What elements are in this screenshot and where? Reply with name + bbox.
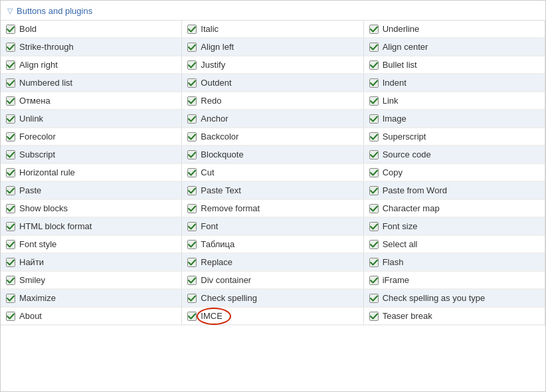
list-item: Найти (1, 254, 182, 271)
checkbox-icon[interactable] (187, 114, 197, 124)
checkbox-icon[interactable] (187, 294, 197, 303)
list-item: Font (182, 218, 363, 235)
list-item: Maximize (1, 290, 182, 307)
list-item: Underline (364, 21, 545, 38)
checkbox-icon[interactable] (369, 240, 379, 249)
item-label: Div container (201, 275, 251, 285)
item-label: Outdent (201, 78, 231, 88)
checkbox-icon[interactable] (369, 150, 379, 159)
checkbox-icon[interactable] (6, 114, 15, 124)
checkbox-icon[interactable] (6, 258, 15, 267)
checkbox-icon[interactable] (187, 96, 197, 106)
checkbox-icon[interactable] (6, 25, 15, 34)
checkbox-icon[interactable] (369, 294, 379, 303)
checkbox-icon[interactable] (369, 43, 379, 52)
checkbox-icon[interactable] (187, 258, 197, 267)
list-item: Teaser break (364, 308, 545, 325)
list-item: Copy (364, 164, 545, 181)
table-row: Unlink Anchor Image (1, 110, 545, 128)
checkbox-icon[interactable] (187, 132, 197, 142)
list-item: Paste from Word (364, 182, 545, 199)
checkbox-icon[interactable] (6, 168, 15, 177)
checkbox-icon[interactable] (6, 294, 15, 303)
checkbox-icon[interactable] (6, 276, 15, 285)
checkbox-icon[interactable] (6, 150, 15, 159)
checkbox-icon[interactable] (369, 60, 379, 70)
item-label: Forecolor (19, 132, 56, 142)
checkbox-icon[interactable] (187, 240, 197, 249)
checkbox-icon[interactable] (187, 43, 197, 52)
item-label: Superscript (383, 132, 426, 142)
checkbox-icon[interactable] (369, 78, 379, 88)
list-item: Paste (1, 182, 182, 199)
checkbox-icon[interactable] (369, 312, 379, 321)
item-label: iFrame (383, 275, 409, 285)
checkbox-icon[interactable] (187, 276, 197, 285)
list-item: Outdent (182, 74, 363, 92)
checkbox-icon[interactable] (369, 114, 379, 124)
checkbox-icon[interactable] (187, 25, 197, 34)
list-item: Blockquote (182, 146, 363, 163)
checkbox-icon[interactable] (369, 186, 379, 195)
checkbox-icon[interactable] (6, 312, 15, 321)
item-label: Italic (201, 24, 219, 34)
item-label: Underline (383, 24, 420, 34)
item-label: Smiley (19, 275, 45, 285)
buttons-plugins-panel: ▽ Buttons and plugins Bold Italic Underl… (0, 0, 546, 392)
checkbox-icon[interactable] (6, 96, 15, 106)
checkbox-icon[interactable] (6, 186, 15, 195)
checkbox-icon[interactable] (6, 78, 15, 88)
list-item: Backcolor (182, 128, 363, 146)
table-row: Maximize Check spelling Check spelling a… (1, 290, 545, 308)
checkbox-icon[interactable] (187, 312, 197, 321)
checkbox-icon[interactable] (6, 240, 15, 249)
item-label: Source code (383, 149, 431, 159)
list-item: Unlink (1, 110, 182, 128)
item-label: Flash (383, 257, 404, 267)
list-item: Redo (182, 92, 363, 110)
checkbox-icon[interactable] (369, 204, 379, 213)
checkbox-icon[interactable] (369, 132, 379, 142)
checkbox-icon[interactable] (369, 25, 379, 34)
checkbox-icon[interactable] (369, 96, 379, 106)
item-label: Replace (201, 257, 232, 267)
table-row: Align right Justify Bullet list (1, 56, 545, 74)
collapse-triangle-icon[interactable]: ▽ (7, 7, 13, 15)
table-row: Отмена Redo Link (1, 92, 545, 110)
checkbox-icon[interactable] (6, 43, 15, 52)
checkbox-icon[interactable] (187, 60, 197, 70)
checkbox-icon[interactable] (6, 222, 15, 231)
checkbox-icon[interactable] (187, 186, 197, 195)
item-label: Unlink (19, 114, 43, 124)
checkbox-icon[interactable] (6, 60, 15, 70)
checkbox-icon[interactable] (369, 258, 379, 267)
item-label: HTML block format (19, 221, 92, 231)
list-item: Show blocks (1, 200, 182, 217)
list-item: Link (364, 92, 545, 110)
checkbox-icon[interactable] (6, 204, 15, 213)
list-item: Div container (182, 272, 363, 289)
checkbox-icon[interactable] (369, 276, 379, 285)
list-item: Отмена (1, 92, 182, 110)
checkbox-icon[interactable] (369, 222, 379, 231)
item-label: Strike-through (19, 42, 74, 52)
item-label: Backcolor (201, 132, 238, 142)
checkbox-icon[interactable] (6, 132, 15, 142)
list-item: Numbered list (1, 74, 182, 92)
list-item: Check spelling (182, 290, 363, 307)
list-item: Strike-through (1, 39, 182, 56)
item-label: Remove format (201, 203, 260, 213)
item-label: Maximize (19, 293, 56, 303)
checkbox-icon[interactable] (187, 78, 197, 88)
checkbox-icon[interactable] (187, 168, 197, 177)
checkbox-icon[interactable] (187, 204, 197, 213)
checkbox-icon[interactable] (187, 222, 197, 231)
table-row: Horizontal rule Cut Copy (1, 164, 545, 182)
checkbox-icon[interactable] (369, 168, 379, 177)
item-label: Teaser break (383, 311, 432, 321)
list-item: IMCE (182, 308, 363, 325)
table-row: About IMCE Teaser break (1, 308, 545, 326)
item-label: Paste (19, 185, 41, 195)
checkbox-icon[interactable] (187, 150, 197, 159)
list-item: Select all (364, 236, 545, 253)
